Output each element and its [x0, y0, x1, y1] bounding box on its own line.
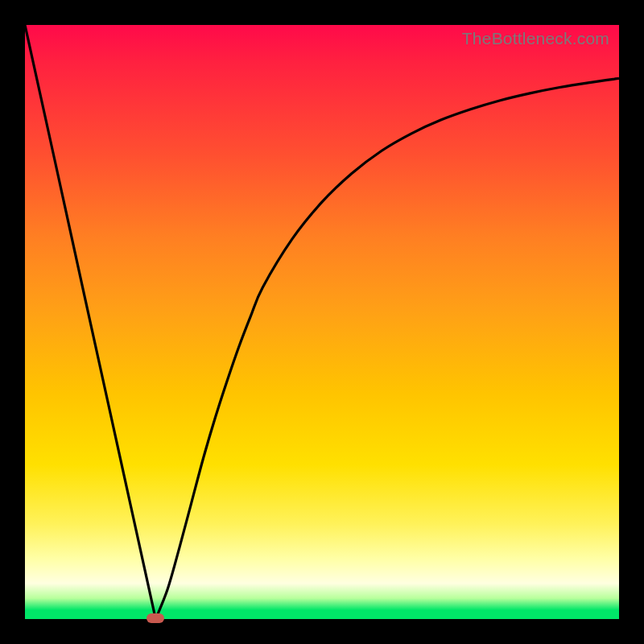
- bottleneck-curve: [25, 25, 619, 619]
- plot-area: TheBottleneck.com: [25, 25, 619, 619]
- watermark-text: TheBottleneck.com: [462, 29, 609, 48]
- chart-frame: TheBottleneck.com: [0, 0, 644, 644]
- minimum-marker: [147, 613, 164, 623]
- curve-path: [25, 25, 619, 619]
